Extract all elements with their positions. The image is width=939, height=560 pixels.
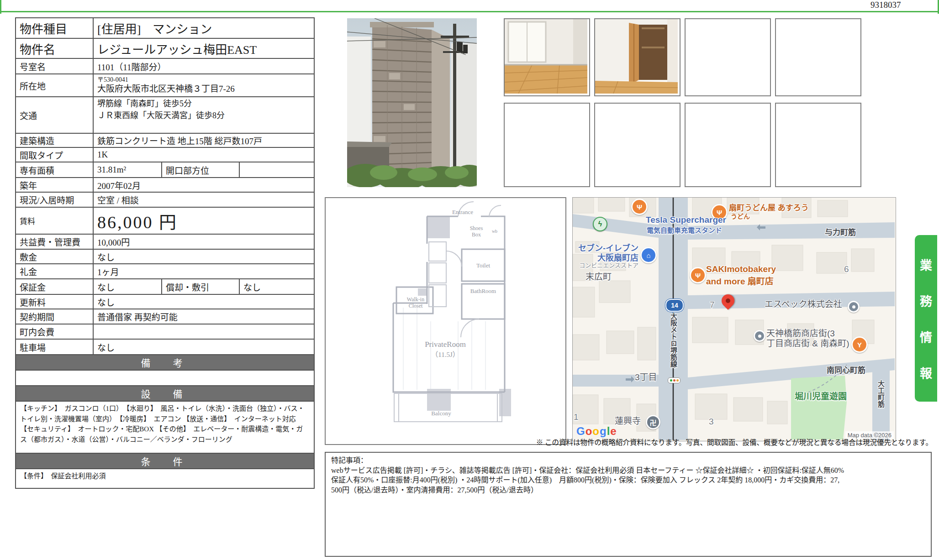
table-row: 町内会費 bbox=[16, 324, 314, 339]
notes-title: 特記事項： bbox=[331, 455, 925, 466]
access-line: ＪＲ東西線「大阪天満宮」徒歩8分 bbox=[97, 110, 310, 121]
table-row: 築年 2007年02月 bbox=[16, 178, 314, 192]
floorplan-label-wic-1: Walk-in bbox=[407, 296, 424, 303]
row-value: 31.81m² bbox=[93, 162, 162, 178]
google-logo: Google bbox=[576, 425, 617, 438]
map-label-saki-2: and more 扇町店 bbox=[706, 274, 774, 287]
row-label-2: 償却・敷引 bbox=[162, 279, 239, 294]
floorplan-label-balcony: Balcony bbox=[431, 410, 451, 417]
map-label-daiku-road: 大工町筋 bbox=[876, 380, 886, 408]
table-row: 物件名 レジュールアッシュ梅田EAST bbox=[16, 38, 314, 58]
bar-pin-icon: Y bbox=[851, 336, 868, 353]
table-row: 間取タイプ 1K bbox=[16, 147, 314, 162]
row-value: 堺筋線「南森町」徒歩5分 ＪＲ東西線「大阪天満宮」徒歩8分 bbox=[93, 97, 314, 133]
top-divider bbox=[0, 11, 939, 12]
setsubi-header: 設 備 bbox=[16, 386, 314, 401]
map-label-num7: 7 bbox=[710, 300, 715, 310]
banner-char: 報 bbox=[920, 364, 932, 382]
bakery-pin-icon: Ψ bbox=[690, 267, 706, 283]
row-label: 共益費・管理費 bbox=[16, 234, 93, 249]
access-line: 堺筋線「南森町」徒歩5分 bbox=[97, 98, 310, 110]
map-label-chome3: 3丁目 bbox=[635, 370, 657, 382]
row-value: 普通借家 再契約可能 bbox=[93, 309, 314, 324]
banner-char: 業 bbox=[920, 256, 932, 273]
section-header-row: 設 備 bbox=[16, 386, 314, 401]
convenience-store-pin-icon: ⌂ bbox=[640, 247, 657, 263]
row-label: 建築構造 bbox=[16, 133, 93, 147]
postal-code: 〒530-0041 bbox=[97, 76, 310, 84]
floorplan-label-room-size: （11.5J） bbox=[431, 351, 459, 358]
section-header-row: 備 考 bbox=[16, 355, 314, 370]
document-id: 9318037 bbox=[868, 0, 937, 10]
floorplan-label-wb: wb bbox=[492, 229, 497, 234]
map-label-yoriki-road: 与力町筋 bbox=[825, 226, 856, 237]
table-row: 物件種目 [住居用] マンション bbox=[16, 18, 314, 38]
map-label-num1: 1 bbox=[574, 412, 579, 422]
table-row: 保証金 なし 償却・敷引 なし bbox=[16, 279, 314, 294]
floorplan-label-shoes-2: Box bbox=[472, 231, 481, 238]
row-value: 1K bbox=[93, 147, 314, 162]
table-row: 【条件】 保証会社利用必須 bbox=[16, 469, 314, 488]
row-label: 敷金 bbox=[16, 249, 93, 264]
floorplan-label-toilet: Toilet bbox=[476, 262, 491, 269]
restaurant-pin-icon: Ψ bbox=[631, 199, 648, 215]
table-row: 敷金 なし bbox=[16, 249, 314, 264]
setsubi-text: 【キッチン】 ガスコンロ（1口） 【水廻り】 風呂・トイレ（水洗）・洗面台（独立… bbox=[16, 401, 314, 453]
row-label: 交通 bbox=[16, 97, 93, 133]
row-label: 築年 bbox=[16, 178, 93, 192]
photo-placeholder bbox=[504, 103, 590, 187]
map-label-minamidoshin-road: 南同心町筋 bbox=[827, 364, 865, 375]
table-row: 更新料 なし bbox=[16, 294, 314, 309]
row-value: 1101（11階部分） bbox=[93, 58, 314, 74]
table-row: 礼金 1ヶ月 bbox=[16, 264, 314, 279]
table-row: 所在地 〒530-0041 大阪府大阪市北区天神橋３丁目7-26 bbox=[16, 74, 314, 97]
map-label-rail-line: 大阪メトロ堺筋線 bbox=[669, 313, 678, 367]
room-interior-photo bbox=[504, 18, 590, 96]
notes-line: 500円（税込/退去時）・室内清掃費用：27,500円（税込/退去時） bbox=[331, 485, 925, 495]
map-label-espec: エスペック株式会社 bbox=[765, 297, 842, 309]
row-label: 現況/入居時期 bbox=[16, 192, 93, 207]
closet-photo bbox=[594, 18, 681, 96]
ev-charger-pin-icon: ϟ bbox=[593, 217, 607, 231]
map-label-tesla-sub: 電気自動車充電スタンド bbox=[647, 225, 722, 235]
joken-text: 【条件】 保証会社利用必須 bbox=[16, 469, 314, 488]
table-row bbox=[16, 370, 314, 386]
business-info-banner[interactable]: 業 務 情 報 bbox=[915, 235, 937, 402]
notes-line: webサービス広告掲載 [許可]・チラシ、雑誌等掲載広告 [許可]・保証会社：保… bbox=[331, 466, 925, 476]
disclaimer-text: ※ この資料は物件の概略紹介資料になります。写真、間取図面、設備、概要などが現況… bbox=[325, 437, 933, 447]
row-label-2: 開口部方位 bbox=[162, 162, 239, 178]
floorplan-panel: Entrance Shoes Box wb Toilet BathRoom Wa… bbox=[325, 197, 566, 445]
photo-placeholder bbox=[685, 103, 771, 187]
table-row: 契約期間 普通借家 再契約可能 bbox=[16, 309, 314, 324]
row-value: なし bbox=[93, 249, 314, 264]
row-label: 物件名 bbox=[16, 38, 93, 58]
company-pin-icon bbox=[848, 301, 860, 313]
floorplan-label-entrance: Entrance bbox=[452, 209, 473, 215]
row-label: 礼金 bbox=[16, 264, 93, 279]
joken-header: 条 件 bbox=[16, 453, 314, 469]
map-label-tesla: Tesla Supercharger bbox=[646, 215, 726, 225]
section-header-row: 条 件 bbox=[16, 453, 314, 469]
row-label: 契約期間 bbox=[16, 309, 93, 324]
table-row: 駐車場 なし bbox=[16, 339, 314, 355]
map-label-num6: 6 bbox=[844, 264, 849, 274]
row-value: 空室 / 相談 bbox=[93, 192, 314, 207]
row-label: 専有面積 bbox=[16, 162, 93, 178]
banner-char: 情 bbox=[920, 328, 932, 345]
photo-placeholder bbox=[775, 103, 861, 187]
traffic-light-icon bbox=[668, 377, 681, 383]
table-row: 共益費・管理費 10,000円 bbox=[16, 234, 314, 249]
row-label: 町内会費 bbox=[16, 324, 93, 339]
row-value: レジュールアッシュ梅田EAST bbox=[93, 38, 314, 58]
table-row: 専有面積 31.81m² 開口部方位 bbox=[16, 162, 314, 178]
map-label-shotengai-2: 丁目商店街 & 南森町) bbox=[766, 336, 849, 349]
row-value: 10,000円 bbox=[93, 234, 314, 249]
row-value: なし bbox=[93, 279, 162, 294]
google-map[interactable]: Ψ Ψ ϟ ⌂ Ψ Y 卍 14 扇町うどん屋 あすろう うどん Tesla S… bbox=[572, 197, 896, 441]
table-row: 【キッチン】 ガスコンロ（1口） 【水廻り】 風呂・トイレ（水洗）・洗面台（独立… bbox=[16, 401, 314, 453]
row-label: 更新料 bbox=[16, 294, 93, 309]
table-row: 現況/入居時期 空室 / 相談 bbox=[16, 192, 314, 207]
address: 大阪府大阪市北区天神橋３丁目7-26 bbox=[97, 84, 310, 94]
table-row: 号室名 1101（11階部分） bbox=[16, 58, 314, 74]
row-label: 間取タイプ bbox=[16, 147, 93, 162]
